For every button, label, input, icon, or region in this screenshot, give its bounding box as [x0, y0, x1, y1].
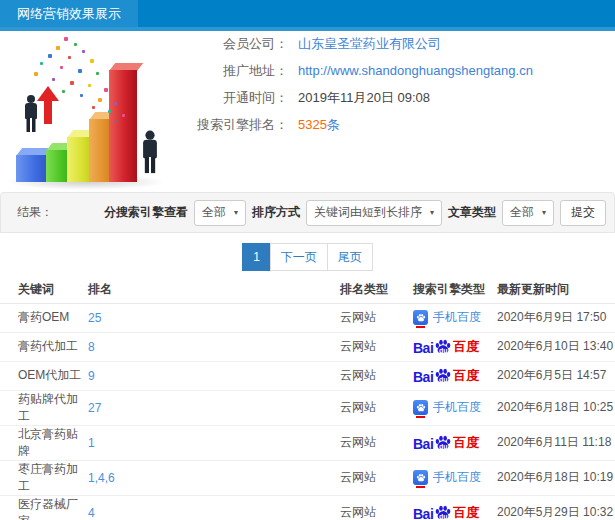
mobile-baidu-label: 手机百度 [433, 309, 481, 326]
company-label: 会员公司： [186, 35, 288, 53]
page-number-1[interactable]: 1 [242, 243, 271, 271]
next-page-button[interactable]: 下一页 [270, 243, 328, 271]
table-row: 药贴牌代加工 27 云网站 手机百度 2020年6月18日 10:25 [0, 390, 615, 425]
updated-cell: 2020年5月29日 10:32 [497, 495, 615, 520]
filter-bar: 结果： 分搜索引擎查看 全部 ▾ 排序方式 关键词由短到长排序 ▾ 文章类型 全… [0, 192, 615, 233]
table-header-row: 关键词 排名 排名类型 搜索引擎类型 最新更新时间 [0, 276, 615, 303]
rank-total-count: 5325 [298, 117, 327, 132]
info-row-company: 会员公司： 山东皇圣堂药业有限公司 [186, 30, 611, 57]
article-type-select[interactable]: 全部 ▾ [502, 200, 554, 226]
baidu-logo: Bai du 百度 [413, 504, 479, 520]
baidu-app-icon [413, 310, 428, 325]
info-row-url: 推广地址： http://www.shandonghuangshengtang.… [186, 57, 611, 84]
table-row: 膏药代加工 8 云网站 Bai du 百度 2020年6月10日 13:40 [0, 332, 615, 361]
last-page-button[interactable]: 尾页 [327, 243, 373, 271]
page-header: 网络营销效果展示 [0, 0, 615, 31]
businessman-icon [24, 95, 38, 133]
header-rank-type: 排名类型 [340, 276, 413, 303]
keyword-cell: 医疗器械厂家 [0, 495, 88, 520]
rank-link[interactable]: 4 [88, 506, 95, 520]
rank-link[interactable]: 27 [88, 401, 101, 415]
marketing-report-page: 网络营销效果展示 会员公司： 山东皇圣堂药业有限公司 推广地址： http://… [0, 0, 615, 520]
red-underline [416, 486, 425, 488]
updated-cell: 2020年6月18日 10:25 [497, 390, 615, 425]
red-underline [416, 326, 425, 328]
keyword-cell: 枣庄膏药加工 [0, 460, 88, 495]
baidu-logo-cn: 百度 [453, 504, 479, 520]
mobile-baidu-label: 手机百度 [433, 469, 481, 486]
submit-button[interactable]: 提交 [560, 200, 606, 226]
bar-red-icon [109, 70, 137, 182]
baidu-logo: Bai du 百度 [413, 434, 479, 452]
engine-filter-label: 分搜索引擎查看 [104, 204, 188, 221]
company-name-link[interactable]: 山东皇圣堂药业有限公司 [298, 35, 441, 53]
baidu-logo-du: du [439, 513, 448, 520]
rank-type-cell: 云网站 [340, 390, 413, 425]
baidu-logo-bai: Bai [413, 369, 433, 385]
keyword-rank-table: 关键词 排名 排名类型 搜索引擎类型 最新更新时间 膏药OEM 25 云网站 手… [0, 276, 615, 520]
rank-link[interactable]: 9 [88, 369, 95, 383]
keyword-cell: OEM代加工 [0, 361, 88, 390]
pagination: 1 下一页 尾页 [0, 243, 615, 271]
table-row: 北京膏药贴牌 1 云网站 Bai du 百度 2020年6月11日 11:18 [0, 425, 615, 460]
page-title: 网络营销效果展示 [0, 0, 138, 27]
sort-filter-value: 关键词由短到长排序 [314, 204, 422, 221]
rank-type-cell: 云网站 [340, 303, 413, 332]
table-row: OEM代加工 9 云网站 Bai du 百度 2020年6月5日 14:57 [0, 361, 615, 390]
sort-filter-select[interactable]: 关键词由短到长排序 ▾ [306, 200, 442, 226]
baidu-logo-cn: 百度 [453, 367, 479, 385]
rank-type-cell: 云网站 [340, 425, 413, 460]
rank-link[interactable]: 1,4,6 [88, 471, 115, 485]
chevron-down-icon: ▾ [234, 208, 238, 217]
rank-link[interactable]: 1 [88, 436, 95, 450]
table-row: 膏药OEM 25 云网站 手机百度 2020年6月9日 17:50 [0, 303, 615, 332]
chevron-down-icon: ▾ [542, 208, 546, 217]
info-row-open-time: 开通时间： 2019年11月20日 09:08 [186, 84, 611, 111]
updated-cell: 2020年6月9日 17:50 [497, 303, 615, 332]
mobile-baidu-logo: 手机百度 [413, 469, 481, 486]
baidu-logo-cn: 百度 [453, 434, 479, 452]
baidu-logo: Bai du 百度 [413, 338, 479, 356]
rank-link[interactable]: 25 [88, 311, 101, 325]
baidu-app-icon [413, 400, 428, 415]
promo-url-label: 推广地址： [186, 62, 288, 80]
result-label: 结果： [9, 204, 53, 221]
baidu-logo-cn: 百度 [453, 338, 479, 356]
header-keyword: 关键词 [0, 276, 88, 303]
engine-filter-select[interactable]: 全部 ▾ [194, 200, 246, 226]
table-row: 枣庄膏药加工 1,4,6 云网站 手机百度 2020年6月18日 10:19 [0, 460, 615, 495]
promo-url-link[interactable]: http://www.shandonghuangshengtang.cn [298, 63, 533, 78]
mobile-baidu-label: 手机百度 [433, 399, 481, 416]
keyword-cell: 北京膏药贴牌 [0, 425, 88, 460]
article-type-label: 文章类型 [448, 204, 496, 221]
bar-blue-icon [16, 155, 49, 182]
keyword-cell: 膏药代加工 [0, 332, 88, 361]
updated-cell: 2020年6月10日 13:40 [497, 332, 615, 361]
rank-link[interactable]: 8 [88, 340, 95, 354]
rank-type-cell: 云网站 [340, 361, 413, 390]
table-body: 膏药OEM 25 云网站 手机百度 2020年6月9日 17:50 膏药代加工 … [0, 303, 615, 520]
rank-total-label: 搜索引擎排名： [186, 116, 288, 134]
header-engine-type: 搜索引擎类型 [413, 276, 497, 303]
baidu-app-icon [413, 470, 428, 485]
updated-cell: 2020年6月11日 11:18 [497, 425, 615, 460]
baidu-logo: Bai du 百度 [413, 367, 479, 385]
rank-type-cell: 云网站 [340, 495, 413, 520]
header-updated: 最新更新时间 [497, 276, 615, 303]
info-row-rank-total: 搜索引擎排名： 5325条 [186, 111, 611, 138]
keyword-cell: 膏药OEM [0, 303, 88, 332]
header-rank: 排名 [88, 276, 340, 303]
open-time-value: 2019年11月20日 09:08 [298, 89, 430, 107]
open-time-label: 开通时间： [186, 89, 288, 107]
rank-total-value: 5325条 [298, 116, 340, 134]
red-underline [416, 416, 425, 418]
baidu-paw-icon: du [434, 367, 452, 385]
mobile-baidu-logo: 手机百度 [413, 399, 481, 416]
businessman-icon [141, 131, 159, 184]
baidu-paw-icon: du [434, 504, 452, 520]
baidu-logo-du: du [439, 443, 448, 450]
rank-total-unit: 条 [327, 117, 340, 132]
baidu-logo-du: du [439, 347, 448, 354]
sort-filter-label: 排序方式 [252, 204, 300, 221]
engine-filter-value: 全部 [202, 204, 226, 221]
